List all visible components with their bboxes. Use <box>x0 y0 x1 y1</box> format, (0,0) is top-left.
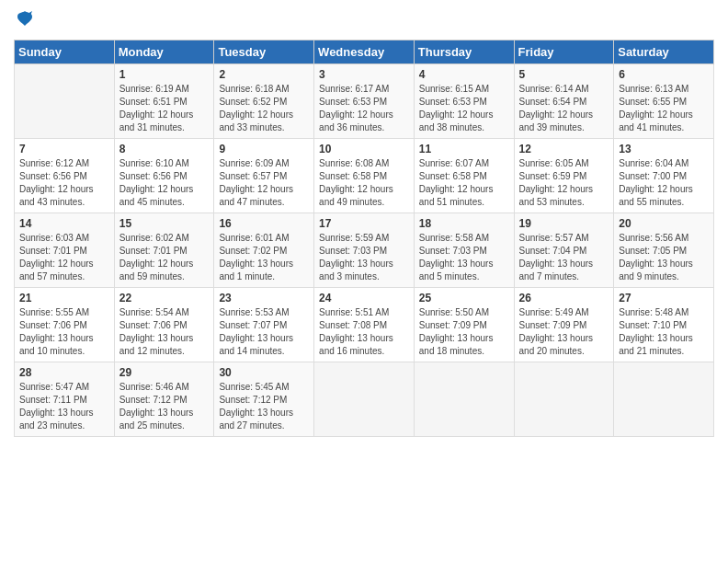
day-number: 5 <box>519 68 609 81</box>
calendar-cell: 15Sunrise: 6:02 AM Sunset: 7:01 PM Dayli… <box>114 213 214 288</box>
calendar-cell: 1Sunrise: 6:19 AM Sunset: 6:51 PM Daylig… <box>114 64 214 139</box>
calendar-cell: 12Sunrise: 6:05 AM Sunset: 6:59 PM Dayli… <box>514 139 614 213</box>
day-info: Sunrise: 6:12 AM Sunset: 6:56 PM Dayligh… <box>19 157 109 209</box>
calendar-cell: 18Sunrise: 5:58 AM Sunset: 7:03 PM Dayli… <box>414 213 514 288</box>
day-number: 27 <box>619 292 709 304</box>
calendar-cell: 11Sunrise: 6:07 AM Sunset: 6:58 PM Dayli… <box>414 139 514 213</box>
logo-content <box>14 9 34 32</box>
calendar-cell: 2Sunrise: 6:18 AM Sunset: 6:52 PM Daylig… <box>214 64 314 139</box>
day-number: 7 <box>19 143 109 155</box>
calendar-cell <box>414 362 514 437</box>
calendar-cell: 6Sunrise: 6:13 AM Sunset: 6:55 PM Daylig… <box>614 64 714 139</box>
calendar-cell: 10Sunrise: 6:08 AM Sunset: 6:58 PM Dayli… <box>314 139 415 213</box>
day-number: 28 <box>19 366 109 379</box>
calendar-cell: 8Sunrise: 6:10 AM Sunset: 6:56 PM Daylig… <box>114 139 214 213</box>
day-number: 23 <box>219 292 309 304</box>
day-info: Sunrise: 5:57 AM Sunset: 7:04 PM Dayligh… <box>519 232 609 283</box>
calendar-cell: 17Sunrise: 5:59 AM Sunset: 7:03 PM Dayli… <box>314 213 415 288</box>
calendar-cell: 27Sunrise: 5:48 AM Sunset: 7:10 PM Dayli… <box>614 288 714 362</box>
weekday-header-monday: Monday <box>114 40 214 64</box>
weekday-header-row: SundayMondayTuesdayWednesdayThursdayFrid… <box>15 40 714 64</box>
day-info: Sunrise: 6:01 AM Sunset: 7:02 PM Dayligh… <box>219 232 309 283</box>
logo <box>14 9 34 32</box>
calendar-week-2: 14Sunrise: 6:03 AM Sunset: 7:01 PM Dayli… <box>15 213 714 288</box>
logo-bird-icon <box>16 9 34 28</box>
calendar-week-4: 28Sunrise: 5:47 AM Sunset: 7:11 PM Dayli… <box>15 362 714 437</box>
calendar-cell: 22Sunrise: 5:54 AM Sunset: 7:06 PM Dayli… <box>114 288 214 362</box>
day-info: Sunrise: 6:10 AM Sunset: 6:56 PM Dayligh… <box>119 157 210 209</box>
day-number: 4 <box>419 68 509 81</box>
day-info: Sunrise: 5:47 AM Sunset: 7:11 PM Dayligh… <box>19 381 109 432</box>
day-number: 15 <box>119 217 210 230</box>
calendar-cell: 5Sunrise: 6:14 AM Sunset: 6:54 PM Daylig… <box>514 64 614 139</box>
day-info: Sunrise: 5:53 AM Sunset: 7:07 PM Dayligh… <box>219 306 309 358</box>
calendar-cell: 9Sunrise: 6:09 AM Sunset: 6:57 PM Daylig… <box>214 139 314 213</box>
day-info: Sunrise: 6:05 AM Sunset: 6:59 PM Dayligh… <box>519 157 609 209</box>
day-info: Sunrise: 6:08 AM Sunset: 6:58 PM Dayligh… <box>319 157 409 209</box>
day-number: 14 <box>19 217 109 230</box>
day-info: Sunrise: 6:18 AM Sunset: 6:52 PM Dayligh… <box>219 83 309 134</box>
calendar-cell: 16Sunrise: 6:01 AM Sunset: 7:02 PM Dayli… <box>214 213 314 288</box>
day-info: Sunrise: 5:48 AM Sunset: 7:10 PM Dayligh… <box>619 306 709 358</box>
day-number: 29 <box>119 366 210 379</box>
day-number: 22 <box>119 292 210 304</box>
day-info: Sunrise: 5:46 AM Sunset: 7:12 PM Dayligh… <box>119 381 210 432</box>
calendar-cell <box>314 362 415 437</box>
day-info: Sunrise: 6:03 AM Sunset: 7:01 PM Dayligh… <box>19 232 109 283</box>
day-number: 21 <box>19 292 109 304</box>
day-number: 30 <box>219 366 309 379</box>
day-number: 17 <box>319 217 409 230</box>
day-info: Sunrise: 6:14 AM Sunset: 6:54 PM Dayligh… <box>519 83 609 134</box>
day-number: 25 <box>419 292 509 304</box>
day-info: Sunrise: 5:45 AM Sunset: 7:12 PM Dayligh… <box>219 381 309 432</box>
calendar-cell: 3Sunrise: 6:17 AM Sunset: 6:53 PM Daylig… <box>314 64 415 139</box>
calendar-cell: 21Sunrise: 5:55 AM Sunset: 7:06 PM Dayli… <box>15 288 115 362</box>
day-number: 8 <box>119 143 210 155</box>
calendar-cell: 25Sunrise: 5:50 AM Sunset: 7:09 PM Dayli… <box>414 288 514 362</box>
day-info: Sunrise: 6:15 AM Sunset: 6:53 PM Dayligh… <box>419 83 509 134</box>
weekday-header-thursday: Thursday <box>414 40 514 64</box>
calendar-cell: 30Sunrise: 5:45 AM Sunset: 7:12 PM Dayli… <box>214 362 314 437</box>
calendar-table: SundayMondayTuesdayWednesdayThursdayFrid… <box>14 40 714 437</box>
day-info: Sunrise: 5:59 AM Sunset: 7:03 PM Dayligh… <box>319 232 409 283</box>
calendar-cell: 26Sunrise: 5:49 AM Sunset: 7:09 PM Dayli… <box>514 288 614 362</box>
weekday-header-wednesday: Wednesday <box>314 40 415 64</box>
day-info: Sunrise: 5:54 AM Sunset: 7:06 PM Dayligh… <box>119 306 210 358</box>
day-info: Sunrise: 6:17 AM Sunset: 6:53 PM Dayligh… <box>319 83 409 134</box>
weekday-header-friday: Friday <box>514 40 614 64</box>
day-number: 10 <box>319 143 409 155</box>
day-number: 19 <box>519 217 609 230</box>
day-number: 24 <box>319 292 409 304</box>
calendar-cell <box>514 362 614 437</box>
day-info: Sunrise: 5:49 AM Sunset: 7:09 PM Dayligh… <box>519 306 609 358</box>
calendar-week-1: 7Sunrise: 6:12 AM Sunset: 6:56 PM Daylig… <box>15 139 714 213</box>
day-info: Sunrise: 5:55 AM Sunset: 7:06 PM Dayligh… <box>19 306 109 358</box>
calendar-cell: 13Sunrise: 6:04 AM Sunset: 7:00 PM Dayli… <box>614 139 714 213</box>
weekday-header-tuesday: Tuesday <box>214 40 314 64</box>
calendar-cell: 24Sunrise: 5:51 AM Sunset: 7:08 PM Dayli… <box>314 288 415 362</box>
day-number: 6 <box>619 68 709 81</box>
calendar-cell: 20Sunrise: 5:56 AM Sunset: 7:05 PM Dayli… <box>614 213 714 288</box>
weekday-header-saturday: Saturday <box>614 40 714 64</box>
calendar-cell: 14Sunrise: 6:03 AM Sunset: 7:01 PM Dayli… <box>15 213 115 288</box>
day-number: 2 <box>219 68 309 81</box>
day-info: Sunrise: 6:19 AM Sunset: 6:51 PM Dayligh… <box>119 83 210 134</box>
day-number: 1 <box>119 68 210 81</box>
day-number: 13 <box>619 143 709 155</box>
day-number: 16 <box>219 217 309 230</box>
day-info: Sunrise: 5:51 AM Sunset: 7:08 PM Dayligh… <box>319 306 409 358</box>
day-info: Sunrise: 6:04 AM Sunset: 7:00 PM Dayligh… <box>619 157 709 209</box>
day-info: Sunrise: 6:02 AM Sunset: 7:01 PM Dayligh… <box>119 232 210 283</box>
calendar-cell: 4Sunrise: 6:15 AM Sunset: 6:53 PM Daylig… <box>414 64 514 139</box>
day-number: 26 <box>519 292 609 304</box>
calendar-cell <box>614 362 714 437</box>
day-info: Sunrise: 6:07 AM Sunset: 6:58 PM Dayligh… <box>419 157 509 209</box>
calendar-week-0: 1Sunrise: 6:19 AM Sunset: 6:51 PM Daylig… <box>15 64 714 139</box>
calendar-cell <box>15 64 115 139</box>
calendar-week-3: 21Sunrise: 5:55 AM Sunset: 7:06 PM Dayli… <box>15 288 714 362</box>
calendar-cell: 29Sunrise: 5:46 AM Sunset: 7:12 PM Dayli… <box>114 362 214 437</box>
day-info: Sunrise: 5:50 AM Sunset: 7:09 PM Dayligh… <box>419 306 509 358</box>
day-info: Sunrise: 6:09 AM Sunset: 6:57 PM Dayligh… <box>219 157 309 209</box>
day-number: 3 <box>319 68 409 81</box>
day-info: Sunrise: 6:13 AM Sunset: 6:55 PM Dayligh… <box>619 83 709 134</box>
